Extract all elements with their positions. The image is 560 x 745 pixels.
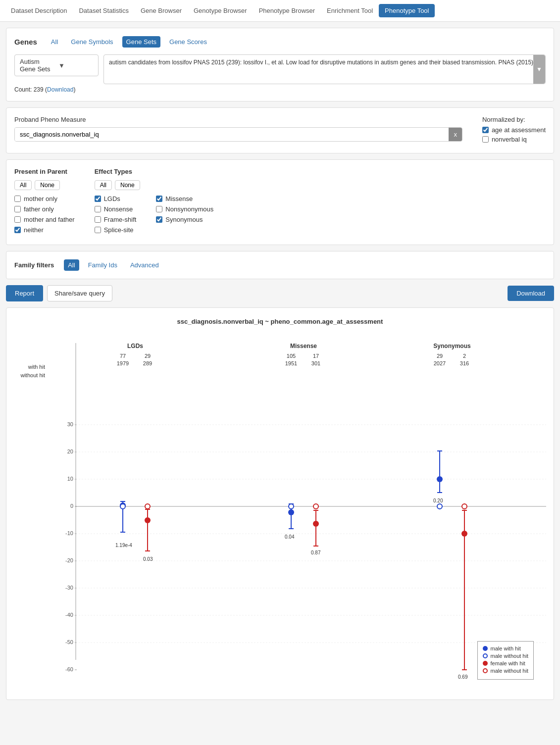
- synonymous-checkbox[interactable]: [156, 216, 162, 223]
- lgds-checkbox[interactable]: [95, 196, 101, 202]
- nonsynonymous-checkbox[interactable]: [156, 206, 162, 212]
- nav-dataset-statistics[interactable]: Dataset Statistics: [73, 0, 134, 22]
- legend-blue-filled-dot: [483, 646, 488, 651]
- svg-text:-50: -50: [65, 639, 73, 645]
- synonymous-item: Synonymous: [156, 216, 213, 223]
- clear-pheno-button[interactable]: x: [449, 128, 462, 141]
- svg-text:1951: 1951: [285, 360, 297, 366]
- nonsense-item: Nonsense: [95, 205, 137, 213]
- svg-text:1979: 1979: [117, 360, 129, 366]
- nonsense-checkbox[interactable]: [95, 206, 101, 212]
- chevron-down-icon: ▼: [58, 62, 93, 69]
- family-tab-all[interactable]: All: [64, 259, 79, 271]
- mother-only-item: mother only: [14, 195, 75, 202]
- tab-gene-sets[interactable]: Gene Sets: [122, 36, 160, 48]
- chart-title: ssc_diagnosis.nonverbal_iq ~ pheno_commo…: [16, 318, 544, 325]
- nav-phenotype-browser[interactable]: Phenotype Browser: [253, 0, 321, 22]
- legend-male-without-hit-label: male without hit: [491, 653, 528, 659]
- present-none-button[interactable]: None: [35, 180, 60, 190]
- lgds-label: LGDs: [104, 195, 120, 202]
- two-col-filters: Present in Parent All None mother only f…: [14, 168, 546, 237]
- present-all-button[interactable]: All: [14, 180, 32, 190]
- missense-female-without-hit-dot: [313, 504, 318, 509]
- nonsense-label: Nonsense: [104, 205, 133, 213]
- svg-text:0.87: 0.87: [311, 550, 321, 555]
- svg-text:-60: -60: [65, 666, 73, 672]
- norm-iq-label: nonverbal iq: [492, 136, 527, 143]
- legend-male-with-hit-label: male with hit: [491, 646, 521, 651]
- legend-female-with-hit: female with hit: [483, 660, 528, 666]
- effect-none-button[interactable]: None: [115, 180, 140, 190]
- norm-age-checkbox[interactable]: [482, 127, 489, 133]
- family-tab-advanced[interactable]: Advanced: [126, 259, 163, 271]
- neither-checkbox[interactable]: [14, 227, 21, 233]
- missense-checkbox[interactable]: [156, 196, 162, 202]
- legend-male-without-hit: male without hit: [483, 653, 528, 659]
- frameshift-label: Frame-shift: [104, 216, 137, 223]
- svg-text:29: 29: [437, 353, 443, 359]
- neither-label: neither: [24, 226, 44, 234]
- svg-text:0.20: 0.20: [433, 498, 443, 503]
- pheno-label: Proband Pheno Measure: [14, 116, 462, 123]
- genes-label: Genes: [14, 38, 37, 46]
- frameshift-checkbox[interactable]: [95, 216, 101, 223]
- syn-female-without-hit-dot: [462, 504, 467, 509]
- mother-and-father-checkbox[interactable]: [14, 216, 21, 223]
- present-in-parent-title: Present in Parent: [14, 168, 75, 175]
- tab-all[interactable]: All: [47, 36, 62, 48]
- download-button[interactable]: Download: [508, 286, 554, 301]
- pheno-input[interactable]: [15, 128, 449, 141]
- nav-gene-browser[interactable]: Gene Browser: [135, 0, 188, 22]
- legend-female-with-hit-label: female with hit: [491, 660, 525, 666]
- tab-gene-scores[interactable]: Gene Scores: [165, 36, 211, 48]
- splice-site-checkbox[interactable]: [95, 227, 101, 233]
- effect-types-section: Effect Types All None LGDs Nonsense: [95, 168, 546, 237]
- lgds-item: LGDs: [95, 195, 137, 202]
- svg-text:10: 10: [67, 476, 73, 482]
- genes-header: Genes All Gene Symbols Gene Sets Gene Sc…: [14, 36, 546, 48]
- nav-dataset-description[interactable]: Dataset Description: [5, 0, 73, 22]
- present-in-parent-btn-group: All None: [14, 180, 75, 190]
- action-row: Report Share/save query Download: [6, 285, 554, 301]
- nav-phenotype-tool[interactable]: Phenotype Tool: [379, 4, 435, 17]
- legend-male-with-hit: male with hit: [483, 646, 528, 651]
- syn-male-with-hit-dot: [437, 476, 443, 482]
- svg-text:-20: -20: [65, 557, 73, 563]
- svg-text:0.04: 0.04: [285, 534, 295, 540]
- normalized-by-label: Normalized by:: [482, 116, 546, 123]
- share-button[interactable]: Share/save query: [47, 285, 112, 301]
- nav-genotype-browser[interactable]: Genotype Browser: [188, 0, 253, 22]
- family-tab-ids[interactable]: Family Ids: [84, 259, 121, 271]
- scroll-button[interactable]: ▼: [533, 55, 545, 84]
- mother-only-checkbox[interactable]: [14, 196, 21, 202]
- svg-text:2027: 2027: [434, 360, 446, 366]
- download-link[interactable]: Download: [47, 86, 73, 93]
- family-filters-card: Family filters All Family Ids Advanced: [6, 251, 554, 279]
- legend-red-filled-dot: [483, 661, 488, 666]
- gene-set-selector[interactable]: Autism Gene Sets ▼: [14, 54, 99, 76]
- effect-all-button[interactable]: All: [95, 180, 112, 190]
- norm-iq-checkbox[interactable]: [482, 136, 489, 143]
- father-only-checkbox[interactable]: [14, 206, 21, 212]
- gene-set-row: Autism Gene Sets ▼ autism candidates fro…: [14, 54, 546, 84]
- svg-text:2: 2: [463, 353, 466, 359]
- svg-text:20: 20: [67, 448, 73, 454]
- svg-text:289: 289: [143, 360, 152, 366]
- svg-text:0.69: 0.69: [458, 674, 468, 680]
- gene-description-box: autism candidates from lossifov PNAS 201…: [103, 54, 546, 84]
- missense-item: Missense: [156, 195, 213, 202]
- missense-female-with-hit-dot: [313, 521, 319, 527]
- chart-container: ssc_diagnosis.nonverbal_iq ~ pheno_commo…: [6, 307, 554, 700]
- synonymous-label: Synonymous: [165, 216, 203, 223]
- gene-description-text: autism candidates from lossifov PNAS 201…: [109, 59, 533, 66]
- row-labels: with hit without hit: [16, 363, 45, 379]
- report-button[interactable]: Report: [6, 285, 43, 301]
- effect-col2: Missense Nonsynonymous Synonymous: [156, 195, 213, 237]
- normalized-by-section: Normalized by: age at assessment nonverb…: [482, 116, 546, 145]
- frameshift-item: Frame-shift: [95, 216, 137, 223]
- nav-enrichment-tool[interactable]: Enrichment Tool: [321, 0, 379, 22]
- legend-red-open-dot: [483, 668, 488, 673]
- tab-gene-symbols[interactable]: Gene Symbols: [67, 36, 117, 48]
- missense-male-without-hit-dot: [289, 504, 294, 509]
- pheno-input-row: x: [14, 127, 462, 142]
